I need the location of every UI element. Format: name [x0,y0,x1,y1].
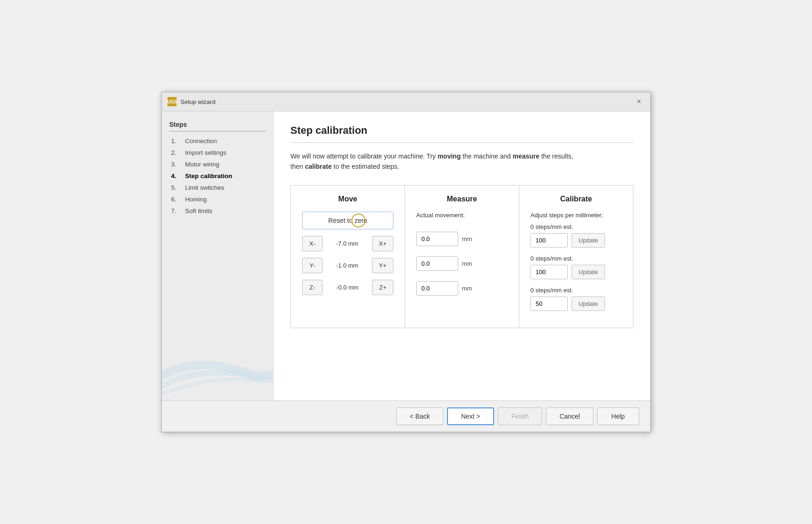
measure-column-title: Measure [416,195,508,203]
sidebar-item-homing: 6. Homing [169,193,266,205]
back-button[interactable]: < Back [396,407,443,425]
cancel-button[interactable]: Cancel [546,407,593,425]
next-button[interactable]: Next > [447,407,494,425]
calibrate-column: Calibrate Adjust steps per millimeter: 0… [519,186,633,328]
z-axis-row: Z- -0.0 mm Z+ [302,280,393,295]
z-measure-input[interactable] [416,281,458,296]
adjust-steps-label: Adjust steps per millimeter: [530,212,622,219]
sidebar: Steps 1. Connection 2. Import settings 3… [162,111,274,400]
y-unit-label: mm [462,260,472,267]
finish-button[interactable]: Finish [498,407,542,425]
calibration-columns: Move Reset to zero X- -7.0 mm X+ Y- - [290,185,633,328]
y-axis-value: -1.0 mm [326,262,368,269]
help-button[interactable]: Help [597,407,639,425]
x-axis-value: -7.0 mm [326,240,368,247]
move-column: Move Reset to zero X- -7.0 mm X+ Y- - [291,186,405,328]
sidebar-item-motor-wiring: 3. Motor wiring [169,159,266,170]
sidebar-heading: Steps [169,121,266,131]
setup-wizard-window: UGS Setup wizard × Steps 1. Connection 2… [161,92,651,432]
sidebar-item-soft-limits: 7. Soft limits [169,205,266,217]
description: We will now attempt to calibrate your ma… [290,151,633,172]
sidebar-item-import-settings: 2. Import settings [169,147,266,159]
y-update-button[interactable]: Update [571,265,605,279]
y-axis-row: Y- -1.0 mm Y+ [302,258,393,273]
z-measure-row: mm [416,281,508,296]
x-plus-button[interactable]: X+ [372,236,393,251]
sidebar-item-step-calibration: 4. Step calibration [169,170,266,182]
main-content: Step calibration We will now attempt to … [274,111,650,400]
z-steps-est: 0 steps/mm est. [530,287,622,294]
z-plus-button[interactable]: Z+ [372,280,393,295]
content-area: Steps 1. Connection 2. Import settings 3… [162,111,650,400]
y-calibrate-row: Update [530,265,622,279]
y-measure-row: mm [416,256,508,271]
y-calibrate-input[interactable] [530,265,568,279]
x-update-button[interactable]: Update [571,233,605,248]
app-icon: UGS [167,97,177,106]
title-bar-left: UGS Setup wizard [167,97,215,106]
close-button[interactable]: × [633,96,645,107]
sidebar-item-connection: 1. Connection [169,135,266,147]
x-calibrate-row: Update [530,233,622,248]
actual-movement-label: Actual movement: [416,212,508,219]
measure-column: Measure Actual movement: mm mm [405,186,519,328]
move-column-title: Move [302,195,393,203]
x-measure-input[interactable] [416,232,458,246]
x-unit-label: mm [462,235,472,242]
footer: < Back Next > Finish Cancel Help [162,400,650,432]
x-steps-est: 0 steps/mm est. [530,223,622,230]
title-divider [290,142,633,143]
z-calibrate-row: Update [530,296,622,311]
z-minus-button[interactable]: Z- [302,280,323,295]
y-plus-button[interactable]: Y+ [372,258,393,273]
x-minus-button[interactable]: X- [302,236,323,251]
z-unit-label: mm [462,285,472,292]
calibrate-column-title: Calibrate [530,195,622,203]
steps-list: 1. Connection 2. Import settings 3. Moto… [169,135,266,217]
z-update-button[interactable]: Update [571,296,605,311]
reset-to-zero-button[interactable]: Reset to zero [302,212,393,229]
sidebar-item-limit-switches: 5. Limit switches [169,182,266,193]
x-axis-row: X- -7.0 mm X+ [302,236,393,251]
page-title: Step calibration [290,124,633,137]
title-bar: UGS Setup wizard × [162,92,650,111]
sidebar-decoration [162,326,273,400]
z-axis-value: -0.0 mm [326,284,368,291]
y-steps-est: 0 steps/mm est. [530,255,622,262]
y-measure-input[interactable] [416,256,458,271]
x-calibrate-input[interactable] [530,233,568,248]
window-title: Setup wizard [180,98,215,105]
z-calibrate-input[interactable] [530,296,568,311]
x-measure-row: mm [416,232,508,246]
y-minus-button[interactable]: Y- [302,258,323,273]
